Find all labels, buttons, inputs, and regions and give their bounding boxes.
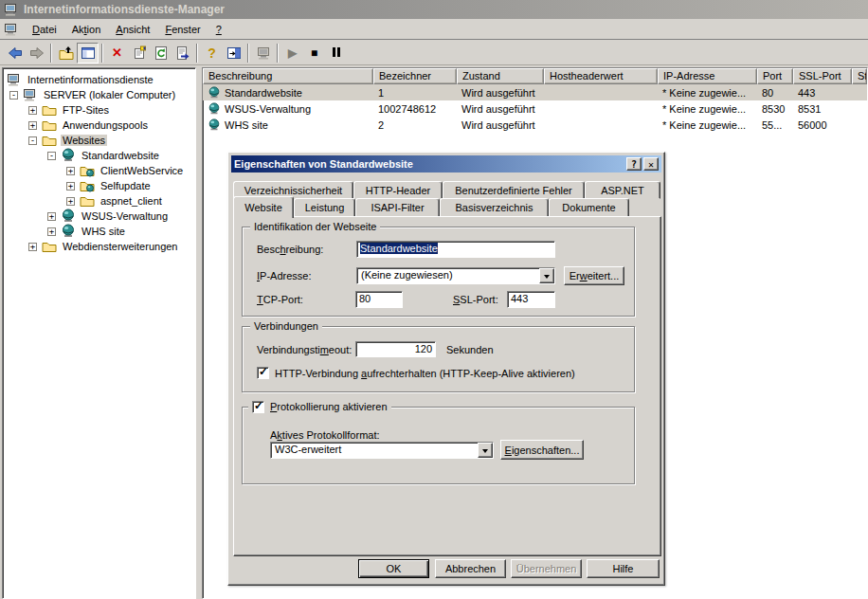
cell-beschreibung: Standardwebsite: [225, 87, 302, 99]
start-item-icon[interactable]: ▶: [281, 43, 303, 64]
logging-group: Protokollierung aktivieren Aktives Proto…: [242, 407, 635, 484]
tree-item-webdiensterweiterungen[interactable]: + Webdiensterweiterungen: [3, 239, 195, 254]
tcp-port-label: TCP-Port:: [257, 294, 303, 305]
tree-item-anwendungspools[interactable]: + Anwendungspools: [3, 118, 195, 133]
cell-beschreibung: WSUS-Verwaltung: [225, 103, 311, 115]
tree-item-websites[interactable]: - Websites: [3, 133, 195, 148]
list-row-standardwebsite[interactable]: Standardwebsite 1 Wird ausgeführt * Kein…: [203, 84, 867, 100]
list-row-wsus-verwaltung[interactable]: WSUS-Verwaltung 1002748612 Wird ausgefüh…: [203, 100, 867, 117]
dialog-body: Verzeichnissicherheit HTTP-Header Benutz…: [231, 172, 663, 584]
expand-toggle[interactable]: +: [28, 243, 37, 251]
column-header-ip-adresse[interactable]: IP-Adresse: [658, 68, 757, 84]
tree-item-selfupdate[interactable]: + Selfupdate: [3, 178, 195, 193]
back-icon[interactable]: [4, 43, 26, 64]
collapse-toggle[interactable]: -: [47, 152, 56, 160]
help-button[interactable]: Hilfe: [587, 559, 660, 578]
column-header-zustand[interactable]: Zustand: [457, 68, 544, 84]
chevron-down-icon[interactable]: [478, 443, 493, 458]
tree-item-aspnet-client[interactable]: + aspnet_client: [3, 193, 195, 209]
tab-benutzerdefinierte-fehler[interactable]: Benutzerdefinierte Fehler: [443, 181, 585, 199]
log-format-select[interactable]: W3C-erweitert: [270, 442, 494, 459]
ssl-port-input[interactable]: 443: [507, 291, 555, 308]
pause-item-icon[interactable]: [325, 43, 347, 64]
properties-icon[interactable]: [128, 43, 150, 64]
description-label: Beschreibung:: [257, 244, 323, 255]
help-icon[interactable]: ?: [201, 43, 223, 64]
column-header-bezeichner[interactable]: Bezeichner: [373, 68, 457, 84]
apply-button[interactable]: Übernehmen: [511, 559, 582, 578]
tab-isapi-filter[interactable]: ISAPI-Filter: [355, 198, 440, 217]
description-input[interactable]: Standardwebsite: [356, 241, 555, 258]
console-icon: [4, 22, 19, 37]
computer-icon[interactable]: [252, 43, 274, 64]
up-one-level-icon[interactable]: [55, 43, 77, 64]
tab-aspnet[interactable]: ASP.NET: [585, 181, 660, 199]
cell-ip-adresse: * Keine zugewie...: [658, 119, 757, 131]
collapse-toggle[interactable]: -: [9, 91, 18, 100]
cancel-button[interactable]: Abbrechen: [435, 559, 506, 578]
column-header-hostheaderwert[interactable]: Hostheaderwert: [544, 68, 658, 84]
forward-icon[interactable]: [26, 43, 47, 64]
tab-basisverzeichnis[interactable]: Basisverzeichnis: [440, 198, 549, 217]
menu-aktion[interactable]: Aktion: [64, 21, 109, 38]
dialog-titlebar[interactable]: Eigenschaften von Standardwebsite ? ✕: [231, 155, 661, 172]
list-row-whs-site[interactable]: WHS site 2 Wird ausgeführt * Keine zugew…: [203, 117, 867, 133]
tab-website[interactable]: Website: [233, 196, 294, 218]
advanced-button[interactable]: Erweitert...: [564, 266, 624, 285]
delete-icon[interactable]: ✕: [106, 43, 128, 64]
export-list-icon[interactable]: [172, 43, 193, 64]
folder-icon: [42, 102, 57, 118]
stop-item-icon[interactable]: ■: [303, 43, 325, 64]
selected-text: Standardwebsite: [360, 243, 438, 254]
tab-leistung[interactable]: Leistung: [294, 198, 355, 217]
screen: { "window": { "title": "Internetinformat…: [0, 0, 868, 599]
column-header-ssl-port[interactable]: SSL-Port: [793, 68, 852, 84]
main-titlebar[interactable]: Internetinformationsdienste-Manager: [0, 0, 868, 19]
folder-icon: [42, 118, 57, 133]
menu-fenster[interactable]: Fenster: [157, 21, 208, 38]
chevron-down-icon[interactable]: [539, 268, 554, 283]
timeout-input[interactable]: 120: [355, 341, 436, 357]
menu-ansicht[interactable]: Ansicht: [108, 21, 157, 38]
logging-checkbox[interactable]: [252, 401, 264, 413]
column-header-beschreibung[interactable]: Beschreibung: [203, 68, 373, 84]
ip-address-select[interactable]: (Keine zugewiesen): [356, 267, 555, 284]
menu-datei[interactable]: Datei: [25, 21, 64, 38]
tree-item-server[interactable]: - SERVER (lokaler Computer): [3, 87, 195, 102]
show-hide-console-tree-icon[interactable]: [77, 43, 99, 64]
expand-toggle[interactable]: +: [66, 167, 75, 175]
dialog-help-icon[interactable]: ?: [626, 157, 642, 171]
tree-item-root[interactable]: Internetinformationsdienste: [3, 72, 195, 87]
list-header: Beschreibung Bezeichner Zustand Hosthead…: [203, 68, 867, 84]
tree-item-clientwebservice[interactable]: + ClientWebService: [3, 163, 195, 178]
expand-toggle[interactable]: +: [28, 121, 37, 130]
tree-item-ftp-sites[interactable]: + FTP-Sites: [3, 102, 195, 118]
expand-toggle[interactable]: +: [47, 227, 56, 236]
tree-item-wsus-verwaltung[interactable]: + WSUS-Verwaltung: [3, 209, 195, 224]
tab-dokumente[interactable]: Dokumente: [549, 198, 629, 217]
expand-toggle[interactable]: +: [28, 106, 37, 115]
console-tree: Internetinformationsdienste - SERVER (lo…: [2, 67, 196, 599]
menu-hilfe[interactable]: ?: [208, 21, 229, 38]
connections-group: Verbindungen Verbindungstimeout: 120 Sek…: [242, 326, 635, 392]
tcp-port-input[interactable]: 80: [355, 291, 403, 308]
log-properties-button[interactable]: Eigenschaften...: [500, 440, 584, 460]
expand-toggle[interactable]: +: [66, 197, 75, 206]
column-header-status[interactable]: St: [852, 68, 867, 84]
keepalive-checkbox[interactable]: [257, 367, 269, 379]
computer-icon: [23, 87, 38, 102]
folder-icon: [42, 239, 57, 254]
expand-toggle[interactable]: +: [47, 212, 56, 221]
cell-ssl-port: 443: [793, 87, 852, 99]
tree-item-whs-site[interactable]: + WHS site: [3, 224, 195, 239]
tree-item-standardwebsite[interactable]: - Standardwebsite: [3, 148, 195, 163]
expand-toggle[interactable]: +: [66, 182, 75, 191]
tab-page-website: Identifikation der Webseite Beschreibung…: [233, 216, 661, 556]
show-hide-pane-icon[interactable]: [223, 43, 244, 64]
column-header-port[interactable]: Port: [757, 68, 793, 84]
tab-http-header[interactable]: HTTP-Header: [353, 181, 443, 199]
collapse-toggle[interactable]: -: [28, 136, 37, 145]
dialog-close-icon[interactable]: ✕: [643, 157, 659, 171]
ok-button[interactable]: OK: [358, 559, 429, 578]
refresh-icon[interactable]: [150, 43, 172, 64]
